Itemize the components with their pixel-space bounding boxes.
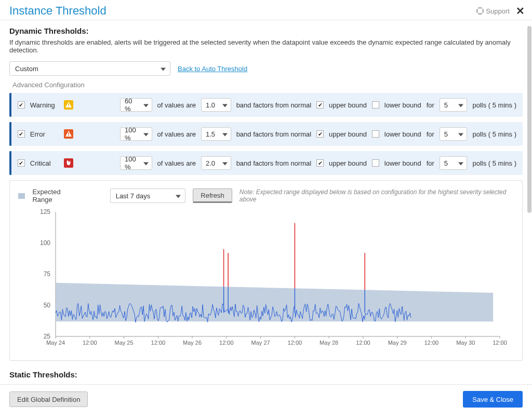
warning-percent-select[interactable]: 60 % — [120, 98, 152, 112]
back-to-auto-link[interactable]: Back to Auto Threshold — [178, 65, 247, 73]
warning-factor-select[interactable]: 1.0 — [201, 98, 231, 112]
of-values-label: of values are — [157, 159, 196, 167]
critical-percent-select[interactable]: 100 % — [120, 156, 152, 170]
svg-text:125: 125 — [40, 208, 50, 215]
lower-bound-label: lower bound — [384, 101, 421, 109]
critical-enable-checkbox[interactable] — [18, 159, 25, 167]
threshold-row-critical: Critical 100 % of values are 2.0 band fa… — [9, 151, 523, 175]
svg-text:May 29: May 29 — [388, 340, 407, 346]
critical-polls-select[interactable]: 5 — [440, 156, 468, 170]
band-factors-label: band factors from normal — [236, 159, 312, 167]
critical-factor-select[interactable]: 2.0 — [201, 156, 231, 170]
chevron-down-icon — [161, 65, 166, 73]
error-factor-value: 1.5 — [206, 130, 215, 138]
error-enable-checkbox[interactable] — [18, 130, 25, 138]
chevron-down-icon — [143, 130, 149, 138]
vertical-scrollbar[interactable] — [527, 26, 531, 213]
chevron-down-icon — [458, 130, 463, 138]
dynamic-heading: Dynamic Thresholds: — [9, 26, 523, 35]
svg-text:100: 100 — [40, 239, 50, 247]
svg-rect-5 — [68, 132, 69, 134]
critical-lower-checkbox[interactable] — [372, 159, 379, 167]
critical-icon — [64, 158, 73, 168]
of-values-label: of values are — [157, 130, 196, 138]
support-icon — [476, 7, 484, 15]
polls-suffix-label: polls ( 5 mins ) — [472, 130, 516, 138]
dynamic-description: If dynamic thresholds are enabled, alert… — [9, 38, 523, 54]
refresh-button[interactable]: Refresh — [193, 188, 232, 203]
upper-bound-label: upper bound — [329, 101, 367, 109]
svg-rect-6 — [68, 135, 69, 136]
for-label: for — [427, 159, 434, 167]
of-values-label: of values are — [157, 101, 196, 109]
chevron-down-icon — [458, 159, 463, 167]
svg-text:May 26: May 26 — [183, 340, 202, 346]
chart-container: Expected Range Last 7 days Refresh Note:… — [9, 180, 523, 361]
svg-text:May 25: May 25 — [114, 340, 133, 346]
lower-bound-label: lower bound — [384, 159, 421, 167]
chevron-down-icon — [143, 101, 149, 109]
error-icon — [64, 129, 73, 139]
chart-note: Note: Expected range displayed below is … — [240, 188, 514, 203]
for-label: for — [427, 101, 434, 109]
error-polls-select[interactable]: 5 — [440, 127, 468, 141]
page-title: Instance Threshold — [9, 4, 476, 18]
close-button[interactable]: ✕ — [516, 5, 525, 17]
svg-rect-2 — [68, 103, 69, 105]
support-link[interactable]: Support — [476, 7, 510, 15]
upper-bound-label: upper bound — [329, 130, 367, 138]
svg-text:12:00: 12:00 — [219, 340, 234, 346]
critical-label: Critical — [30, 159, 59, 167]
chevron-down-icon — [222, 159, 228, 167]
threshold-mode-select[interactable]: Custom — [9, 61, 170, 76]
warning-polls-select[interactable]: 5 — [440, 98, 468, 112]
upper-bound-label: upper bound — [329, 159, 367, 167]
critical-percent-value: 100 % — [125, 155, 140, 171]
svg-text:50: 50 — [44, 302, 51, 309]
chart-range-select[interactable]: Last 7 days — [110, 188, 186, 203]
svg-text:12:00: 12:00 — [424, 340, 439, 346]
warning-upper-checkbox[interactable] — [316, 101, 324, 109]
warning-factor-value: 1.0 — [206, 101, 215, 109]
chevron-down-icon — [143, 159, 149, 167]
polls-suffix-label: polls ( 5 mins ) — [472, 101, 516, 109]
critical-upper-checkbox[interactable] — [316, 159, 324, 167]
svg-text:25: 25 — [44, 333, 51, 340]
chevron-down-icon — [176, 192, 181, 200]
band-factors-label: band factors from normal — [236, 130, 312, 138]
error-upper-checkbox[interactable] — [316, 130, 324, 138]
band-factors-label: band factors from normal — [236, 101, 312, 109]
svg-text:75: 75 — [44, 270, 51, 278]
warning-icon — [64, 100, 73, 110]
advanced-configuration-label: Advanced Configuration — [12, 81, 523, 89]
polls-suffix-label: polls ( 5 mins ) — [472, 159, 516, 167]
lower-bound-label: lower bound — [384, 130, 421, 138]
chevron-down-icon — [458, 101, 463, 109]
svg-text:May 30: May 30 — [456, 340, 475, 346]
edit-global-button[interactable]: Edit Global Definition — [9, 391, 88, 407]
threshold-row-error: Error 100 % of values are 1.5 band facto… — [9, 122, 523, 146]
error-factor-select[interactable]: 1.5 — [201, 127, 231, 141]
error-polls-value: 5 — [444, 130, 448, 138]
warning-lower-checkbox[interactable] — [372, 101, 379, 109]
threshold-mode-value: Custom — [15, 65, 38, 73]
warning-polls-value: 5 — [444, 101, 448, 109]
chevron-down-icon — [222, 101, 228, 109]
svg-text:May 24: May 24 — [46, 340, 65, 346]
svg-text:12:00: 12:00 — [288, 340, 302, 346]
svg-text:12:00: 12:00 — [493, 340, 507, 346]
warning-label: Warning — [30, 101, 59, 109]
svg-text:May 27: May 27 — [251, 340, 270, 346]
static-heading: Static Thresholds: — [9, 370, 523, 379]
error-label: Error — [30, 130, 59, 138]
for-label: for — [427, 130, 434, 138]
threshold-row-warning: Warning 60 % of values are 1.0 band fact… — [9, 93, 523, 117]
error-percent-select[interactable]: 100 % — [120, 127, 152, 141]
warning-enable-checkbox[interactable] — [18, 101, 25, 109]
legend-label: Expected Range — [32, 188, 80, 204]
error-lower-checkbox[interactable] — [372, 130, 379, 138]
svg-text:May 28: May 28 — [320, 340, 338, 346]
svg-rect-3 — [68, 106, 69, 107]
save-close-button[interactable]: Save & Close — [463, 391, 523, 408]
critical-polls-value: 5 — [444, 159, 448, 167]
